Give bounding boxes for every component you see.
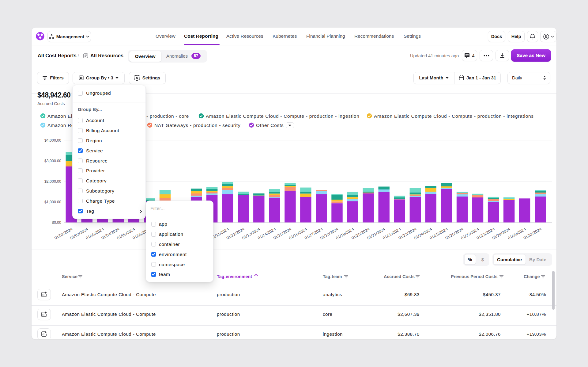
svg-text:$2,000.00: $2,000.00 [44, 179, 61, 184]
svg-text:$3,000.00: $3,000.00 [44, 159, 61, 163]
svg-text:$1,000.00: $1,000.00 [44, 200, 61, 204]
svg-text:01/31/2024: 01/31/2024 [522, 227, 542, 241]
svg-text:$4,000.00: $4,000.00 [44, 138, 61, 143]
svg-text:$0.00: $0.00 [52, 220, 61, 225]
